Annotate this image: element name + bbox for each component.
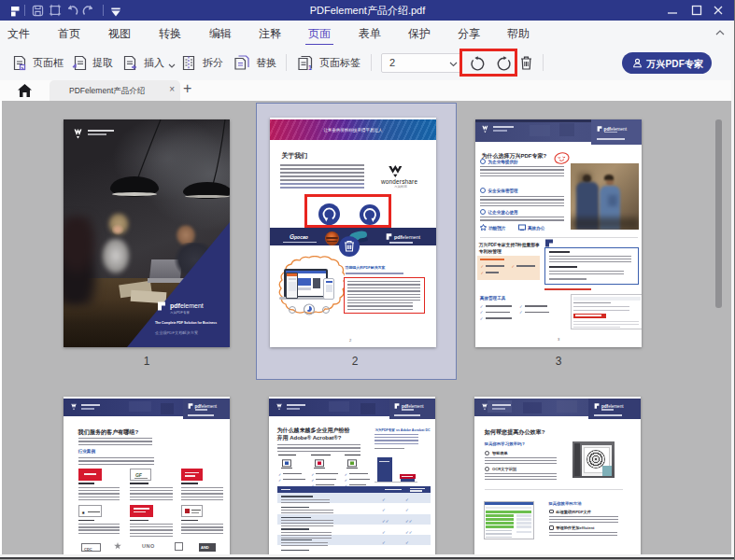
svg-text:1: 1 [308,64,312,71]
